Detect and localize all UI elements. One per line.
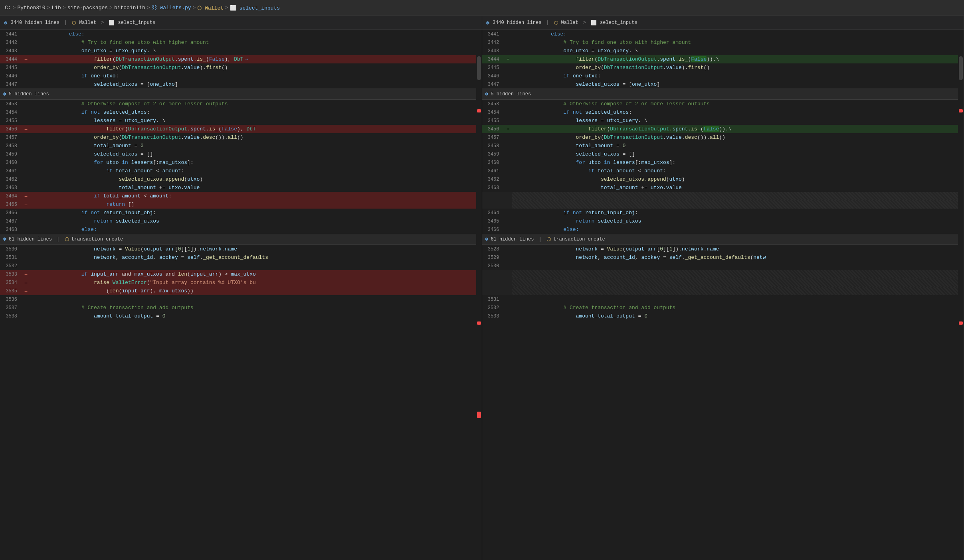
r-lc-3445: order_by(DbTransactionOutput.value).firs… <box>512 63 964 72</box>
bc-wallets: ⛓ wallets.py <box>152 5 191 11</box>
bc-sep1: > <box>13 5 16 11</box>
right-wallet-label: Wallet <box>561 20 578 26</box>
r-lm-3456: + <box>504 127 512 132</box>
lm-3456: — <box>22 127 30 132</box>
r-code-row-3455: 3455 lessers = utxo_query. \ <box>482 116 964 125</box>
right-sep1: | <box>546 20 549 26</box>
r-hl-sep: | <box>538 237 542 243</box>
code-row-3464: 3464 — if total_amount < amount: <box>0 192 482 200</box>
r-code-row-3458: 3458 total_amount = 0 <box>482 142 964 150</box>
lc-3463: total_amount += utxo.value <box>30 183 482 192</box>
right-scroll-marker1 <box>959 109 963 112</box>
r-hidden-snowflake: ❄ <box>485 91 489 97</box>
code-row-3442: 3442 # Try to find one utxo with higher … <box>0 38 482 47</box>
right-scrollbar[interactable] <box>958 30 964 560</box>
left-scroll-marker2 <box>477 321 481 325</box>
lc-3443: one_utxo = utxo_query. \ <box>30 47 482 55</box>
bc-sep2: > <box>47 5 50 11</box>
ln-3461: 3461 <box>0 168 22 174</box>
code-row-3444: 3444 — filter(DbTransactionOutput.spent.… <box>0 55 482 63</box>
right-code-area[interactable]: 3441 else: 3442 # Try to find one utxo w… <box>482 30 964 560</box>
r-lc-3529: network, account_id, acckey = self._get_… <box>512 253 964 262</box>
code-row-3457: 3457 order_by(DbTransactionOutput.value.… <box>0 133 482 142</box>
lc-3465: return [] <box>30 200 482 209</box>
code-row-3538: 3538 amount_total_output = 0 <box>0 312 482 320</box>
r-hl-icon: ⬡ <box>546 236 551 243</box>
left-pane-header: ❄ 3440 hidden lines | ⬡ Wallet > ⬜ selec… <box>0 16 482 30</box>
hidden-rows-5[interactable]: ❄ 5 hidden lines <box>0 89 482 100</box>
r-ln-3456: 3456 <box>482 126 504 132</box>
ln-3455: 3455 <box>0 118 22 124</box>
r-code-row-3533r: 3533 amount_total_output = 0 <box>482 312 964 320</box>
ln-3462: 3462 <box>0 177 22 182</box>
hl-label: transaction_create <box>71 237 123 242</box>
code-row-3460: 3460 for utxo in lessers[:max_utxos]: <box>0 158 482 167</box>
bc-sep3: > <box>63 5 66 11</box>
right-hidden-lines: 3440 hidden lines <box>493 20 541 26</box>
r-hidden-rows-5[interactable]: ❄ 5 hidden lines <box>482 89 964 100</box>
r-code-row-3444: 3444 + filter(DbTransactionOutput.spent.… <box>482 55 964 63</box>
hl-sep: | <box>57 237 60 243</box>
ln-3463: 3463 <box>0 185 22 191</box>
hidden-snowflake-left2: ❄ <box>3 236 6 243</box>
r-lm-3444: + <box>504 57 512 62</box>
r-code-row-3465r: 3465 return selected_utxos <box>482 217 964 225</box>
code-row-3443: 3443 one_utxo = utxo_query. \ <box>0 47 482 55</box>
code-row-3462: 3462 selected_utxos.append(utxo) <box>0 175 482 183</box>
bc-sep7: > <box>225 5 228 11</box>
r-ln-3454: 3454 <box>482 110 504 115</box>
r-ln-3460: 3460 <box>482 160 504 166</box>
r-lc-e1 <box>512 192 964 200</box>
hidden-snowflake-left: ❄ <box>3 91 6 97</box>
code-row-3446: 3446 if one_utxo: <box>0 72 482 80</box>
r-code-row-3441: 3441 else: <box>482 30 964 38</box>
hidden-rows-61[interactable]: ❄ 61 hidden lines | ⬡ transaction_create <box>0 234 482 245</box>
r-lc-3447: selected_utxos = [one_utxo] <box>512 80 964 89</box>
lc-3447: selected_utxos = [one_utxo] <box>30 80 482 89</box>
code-row-3455: 3455 lessers = utxo_query. \ <box>0 116 482 125</box>
lm-3464: — <box>22 194 30 199</box>
r-code-row-3460: 3460 for utxo in lessers[:max_utxos]: <box>482 158 964 167</box>
r-code-row-empty4 <box>482 278 964 287</box>
left-scroll-thumb <box>477 56 481 80</box>
ln-3442: 3442 <box>0 40 22 45</box>
r-code-row-3464r: 3464 if not return_input_obj: <box>482 209 964 217</box>
r-code-row-3528: 3528 network = Value(output_arr[0][1]).n… <box>482 245 964 253</box>
lm-3535: — <box>22 289 30 294</box>
r-lc-3462: selected_utxos.append(utxo) <box>512 175 964 183</box>
right-scroll-marker2 <box>959 321 963 325</box>
ln-3456: 3456 <box>0 126 22 132</box>
bc-lib: Lib <box>51 5 61 11</box>
r-lc-3464r: if not return_input_obj: <box>512 209 964 217</box>
left-sep2: > <box>101 20 104 26</box>
ln-3468: 3468 <box>0 227 22 233</box>
r-lc-3441: else: <box>512 30 964 38</box>
right-method-label: select_inputs <box>600 20 637 26</box>
bc-select-inputs: ⬜ select_inputs <box>230 5 280 11</box>
lc-3534: raise WalletError("Input array contains … <box>30 278 482 287</box>
lc-3466: if not return_input_obj: <box>30 209 482 217</box>
ln-3457: 3457 <box>0 135 22 140</box>
lc-3458: total_amount = 0 <box>30 142 482 150</box>
ln-3465: 3465 <box>0 202 22 207</box>
bc-sep6: > <box>193 5 196 11</box>
left-code-area[interactable]: 3441 else: 3442 # Try to find one utxo w… <box>0 30 482 560</box>
ln-3441: 3441 <box>0 32 22 37</box>
r-code-row-3446: 3446 if one_utxo: <box>482 72 964 80</box>
r-hidden-rows-61[interactable]: ❄ 61 hidden lines | ⬡ transaction_create <box>482 234 964 245</box>
r-code-row-3457: 3457 order_by(DbTransactionOutput.value.… <box>482 133 964 142</box>
lc-3461: if total_amount < amount: <box>30 167 482 175</box>
breadcrumb: C: > Python310 > Lib > site-packages > b… <box>5 5 280 11</box>
left-scrollbar[interactable] <box>476 30 482 560</box>
r-code-row-empty2 <box>482 200 964 209</box>
lc-3441: else: <box>30 30 482 38</box>
hidden-lines-text-left: 5 hidden lines <box>9 91 49 97</box>
r-lc-3442: # Try to find one utxo with higher amoun… <box>512 38 964 47</box>
right-method-icon: ⬜ <box>591 20 597 26</box>
r-lc-3454: if not selected_utxos: <box>512 108 964 116</box>
r-code-row-empty3 <box>482 270 964 278</box>
ln-3459: 3459 <box>0 152 22 157</box>
right-pane-header: ❄ 3440 hidden lines | ⬡ Wallet > ⬜ selec… <box>482 16 964 30</box>
code-row-3454: 3454 if not selected_utxos: <box>0 108 482 116</box>
ln-3458: 3458 <box>0 143 22 149</box>
